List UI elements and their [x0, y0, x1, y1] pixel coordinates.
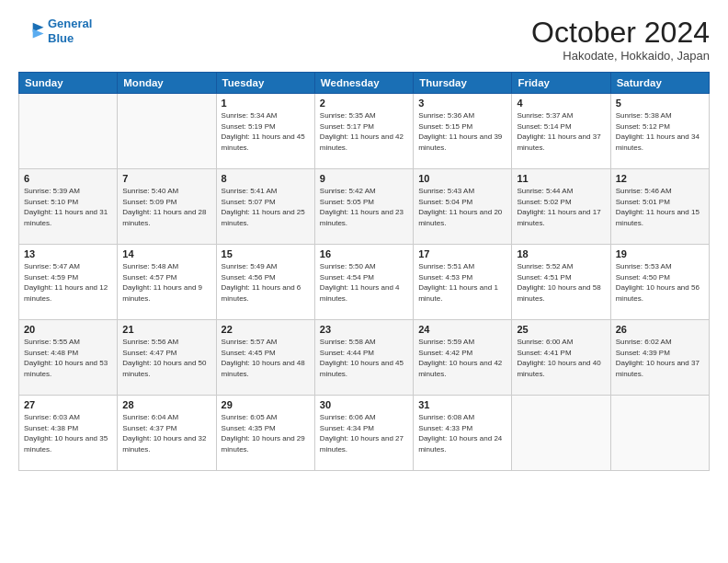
calendar-cell: 11Sunrise: 5:44 AMSunset: 5:02 PMDayligh…: [512, 169, 610, 245]
day-info: Sunrise: 5:43 AMSunset: 5:04 PMDaylight:…: [418, 186, 506, 228]
day-number: 20: [24, 324, 112, 335]
day-info: Sunrise: 5:37 AMSunset: 5:14 PMDaylight:…: [517, 110, 605, 153]
page: General Blue October 2024 Hakodate, Hokk…: [0, 0, 728, 563]
day-number: 9: [320, 173, 408, 184]
day-info: Sunrise: 5:42 AMSunset: 5:05 PMDaylight:…: [320, 186, 408, 228]
day-number: 19: [616, 248, 704, 259]
calendar: SundayMondayTuesdayWednesdayThursdayFrid…: [18, 72, 710, 471]
calendar-week-5: 27Sunrise: 6:03 AMSunset: 4:38 PMDayligh…: [19, 396, 710, 471]
day-info: Sunrise: 6:06 AMSunset: 4:34 PMDaylight:…: [320, 412, 408, 454]
logo-line2: Blue: [48, 31, 74, 45]
title-section: October 2024 Hakodate, Hokkaido, Japan: [531, 17, 710, 63]
calendar-cell: 5Sunrise: 5:38 AMSunset: 5:12 PMDaylight…: [610, 94, 709, 169]
day-number: 13: [24, 248, 112, 259]
day-info: Sunrise: 5:46 AMSunset: 5:01 PMDaylight:…: [616, 186, 704, 228]
calendar-cell: 1Sunrise: 5:34 AMSunset: 5:19 PMDaylight…: [216, 94, 314, 169]
weekday-header-saturday: Saturday: [610, 73, 709, 94]
location: Hakodate, Hokkaido, Japan: [531, 49, 710, 63]
calendar-cell: 8Sunrise: 5:41 AMSunset: 5:07 PMDaylight…: [216, 169, 314, 245]
day-number: 5: [616, 98, 704, 109]
day-number: 15: [222, 248, 310, 259]
day-info: Sunrise: 5:40 AMSunset: 5:09 PMDaylight:…: [122, 186, 210, 228]
calendar-cell: 4Sunrise: 5:37 AMSunset: 5:14 PMDaylight…: [512, 94, 610, 169]
day-info: Sunrise: 6:04 AMSunset: 4:37 PMDaylight:…: [122, 412, 210, 454]
weekday-header-sunday: Sunday: [19, 73, 118, 94]
day-info: Sunrise: 6:08 AMSunset: 4:33 PMDaylight:…: [418, 412, 506, 454]
calendar-cell: 23Sunrise: 5:58 AMSunset: 4:44 PMDayligh…: [314, 320, 413, 396]
calendar-cell: [512, 396, 610, 471]
calendar-week-3: 13Sunrise: 5:47 AMSunset: 4:59 PMDayligh…: [19, 245, 710, 320]
day-number: 24: [418, 324, 506, 335]
day-number: 3: [418, 98, 506, 109]
day-info: Sunrise: 5:48 AMSunset: 4:57 PMDaylight:…: [122, 261, 210, 304]
svg-rect-0: [18, 21, 43, 41]
day-number: 30: [320, 399, 408, 410]
day-number: 27: [24, 399, 112, 410]
day-info: Sunrise: 5:51 AMSunset: 4:53 PMDaylight:…: [418, 261, 506, 304]
calendar-cell: 15Sunrise: 5:49 AMSunset: 4:56 PMDayligh…: [216, 245, 314, 320]
calendar-cell: 21Sunrise: 5:56 AMSunset: 4:47 PMDayligh…: [118, 320, 216, 396]
day-info: Sunrise: 5:35 AMSunset: 5:17 PMDaylight:…: [320, 110, 408, 153]
day-info: Sunrise: 5:57 AMSunset: 4:45 PMDaylight:…: [222, 337, 310, 379]
weekday-header-thursday: Thursday: [414, 73, 512, 94]
calendar-cell: 16Sunrise: 5:50 AMSunset: 4:54 PMDayligh…: [314, 245, 413, 320]
calendar-cell: 24Sunrise: 5:59 AMSunset: 4:42 PMDayligh…: [414, 320, 512, 396]
day-info: Sunrise: 5:55 AMSunset: 4:48 PMDaylight:…: [24, 337, 112, 379]
day-number: 21: [122, 324, 210, 335]
day-info: Sunrise: 5:56 AMSunset: 4:47 PMDaylight:…: [122, 337, 210, 379]
day-info: Sunrise: 6:05 AMSunset: 4:35 PMDaylight:…: [222, 412, 310, 454]
day-info: Sunrise: 5:36 AMSunset: 5:15 PMDaylight:…: [418, 110, 506, 153]
day-info: Sunrise: 5:34 AMSunset: 5:19 PMDaylight:…: [222, 110, 310, 153]
header: General Blue October 2024 Hakodate, Hokk…: [18, 17, 710, 63]
logo-line1: General: [48, 17, 92, 30]
day-info: Sunrise: 5:49 AMSunset: 4:56 PMDaylight:…: [222, 261, 310, 304]
day-number: 31: [418, 399, 506, 410]
calendar-cell: [610, 396, 709, 471]
logo: General Blue: [18, 17, 92, 45]
calendar-cell: 25Sunrise: 6:00 AMSunset: 4:41 PMDayligh…: [512, 320, 610, 396]
calendar-cell: 27Sunrise: 6:03 AMSunset: 4:38 PMDayligh…: [19, 396, 118, 471]
calendar-cell: 19Sunrise: 5:53 AMSunset: 4:50 PMDayligh…: [610, 245, 709, 320]
calendar-cell: 7Sunrise: 5:40 AMSunset: 5:09 PMDaylight…: [118, 169, 216, 245]
day-number: 17: [418, 248, 506, 259]
calendar-cell: 17Sunrise: 5:51 AMSunset: 4:53 PMDayligh…: [414, 245, 512, 320]
calendar-cell: 9Sunrise: 5:42 AMSunset: 5:05 PMDaylight…: [314, 169, 413, 245]
day-info: Sunrise: 6:02 AMSunset: 4:39 PMDaylight:…: [616, 337, 704, 379]
calendar-week-1: 1Sunrise: 5:34 AMSunset: 5:19 PMDaylight…: [19, 94, 710, 169]
calendar-cell: 22Sunrise: 5:57 AMSunset: 4:45 PMDayligh…: [216, 320, 314, 396]
calendar-cell: 31Sunrise: 6:08 AMSunset: 4:33 PMDayligh…: [414, 396, 512, 471]
day-number: 1: [222, 98, 310, 109]
weekday-row: SundayMondayTuesdayWednesdayThursdayFrid…: [19, 73, 710, 94]
day-info: Sunrise: 5:44 AMSunset: 5:02 PMDaylight:…: [517, 186, 605, 228]
day-number: 10: [418, 173, 506, 184]
calendar-cell: [118, 94, 216, 169]
day-info: Sunrise: 5:38 AMSunset: 5:12 PMDaylight:…: [616, 110, 704, 153]
calendar-cell: 20Sunrise: 5:55 AMSunset: 4:48 PMDayligh…: [19, 320, 118, 396]
calendar-cell: 30Sunrise: 6:06 AMSunset: 4:34 PMDayligh…: [314, 396, 413, 471]
weekday-header-wednesday: Wednesday: [314, 73, 413, 94]
day-info: Sunrise: 6:03 AMSunset: 4:38 PMDaylight:…: [24, 412, 112, 454]
day-info: Sunrise: 5:47 AMSunset: 4:59 PMDaylight:…: [24, 261, 112, 304]
day-number: 26: [616, 324, 704, 335]
day-info: Sunrise: 5:58 AMSunset: 4:44 PMDaylight:…: [320, 337, 408, 379]
month-title: October 2024: [531, 17, 710, 49]
day-info: Sunrise: 5:41 AMSunset: 5:07 PMDaylight:…: [222, 186, 310, 228]
day-number: 23: [320, 324, 408, 335]
day-number: 7: [122, 173, 210, 184]
calendar-cell: 29Sunrise: 6:05 AMSunset: 4:35 PMDayligh…: [216, 396, 314, 471]
calendar-cell: 18Sunrise: 5:52 AMSunset: 4:51 PMDayligh…: [512, 245, 610, 320]
day-number: 25: [517, 324, 605, 335]
day-number: 8: [222, 173, 310, 184]
calendar-cell: 2Sunrise: 5:35 AMSunset: 5:17 PMDaylight…: [314, 94, 413, 169]
day-number: 2: [320, 98, 408, 109]
day-info: Sunrise: 5:53 AMSunset: 4:50 PMDaylight:…: [616, 261, 704, 304]
calendar-header: SundayMondayTuesdayWednesdayThursdayFrid…: [19, 73, 710, 94]
calendar-cell: 13Sunrise: 5:47 AMSunset: 4:59 PMDayligh…: [19, 245, 118, 320]
calendar-cell: 14Sunrise: 5:48 AMSunset: 4:57 PMDayligh…: [118, 245, 216, 320]
calendar-cell: 3Sunrise: 5:36 AMSunset: 5:15 PMDaylight…: [414, 94, 512, 169]
calendar-body: 1Sunrise: 5:34 AMSunset: 5:19 PMDaylight…: [19, 94, 710, 471]
day-number: 4: [517, 98, 605, 109]
calendar-cell: 26Sunrise: 6:02 AMSunset: 4:39 PMDayligh…: [610, 320, 709, 396]
logo-text: General Blue: [48, 17, 92, 45]
day-number: 6: [24, 173, 112, 184]
